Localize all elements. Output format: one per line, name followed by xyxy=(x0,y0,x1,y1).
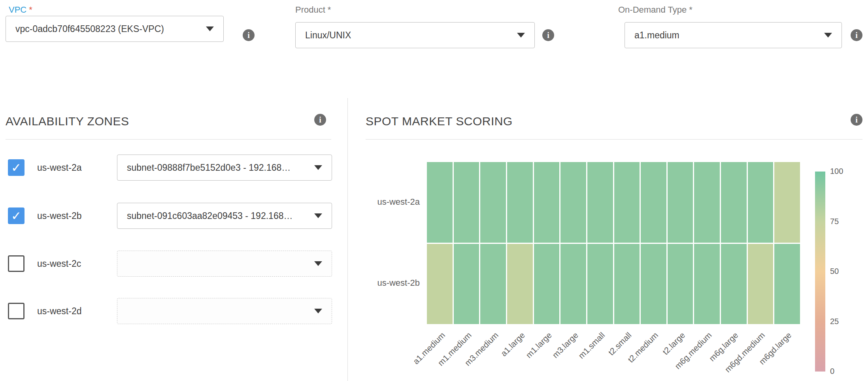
heatmap-x-labels: a1.mediumm1.mediumm3.mediuma1.largem1.la… xyxy=(427,330,800,380)
caret-down-icon xyxy=(824,33,832,38)
product-label-text: Product xyxy=(295,5,325,15)
check-icon: ✓ xyxy=(11,210,21,222)
heatmap-column-label: t2.large xyxy=(660,330,687,357)
on-demand-type-select[interactable]: a1.medium xyxy=(625,22,842,48)
heatmap-cell xyxy=(427,244,453,324)
heatmap-cell xyxy=(454,244,479,324)
heatmap-cell xyxy=(587,244,613,324)
spot-market-scoring-divider xyxy=(366,139,862,140)
on-demand-type-label: On-Demand Type* xyxy=(618,5,693,15)
heatmap-column-label: m1.small xyxy=(577,330,607,360)
heatmap-cell xyxy=(694,162,720,243)
vpc-label: VPC* xyxy=(9,5,32,15)
on-demand-type-label-text: On-Demand Type xyxy=(618,5,687,15)
heatmap-cell xyxy=(480,244,506,324)
heatmap-cell xyxy=(614,244,640,324)
vpc-info-icon[interactable]: i xyxy=(243,29,255,41)
vpc-select-value: vpc-0adcb70f645508223 (EKS-VPC) xyxy=(15,24,170,34)
vpc-select[interactable]: vpc-0adcb70f645508223 (EKS-VPC) xyxy=(6,16,224,42)
legend-tick-label: 0 xyxy=(830,367,834,376)
on-demand-type-info-icon[interactable]: i xyxy=(851,29,862,41)
heatmap-cell xyxy=(641,162,666,243)
spot-market-scoring-info-icon[interactable]: i xyxy=(851,114,862,126)
heatmap-cell xyxy=(507,244,533,324)
heatmap-cell xyxy=(560,244,586,324)
zone-checkbox-us-west-2b[interactable]: ✓ xyxy=(8,207,25,224)
legend-gradient-bar xyxy=(815,172,825,372)
zone-checkbox-us-west-2c[interactable]: ✓ xyxy=(8,255,25,272)
panel-divider xyxy=(347,98,348,381)
zone-checkbox-us-west-2d[interactable]: ✓ xyxy=(8,303,25,319)
zone-label: us-west-2a xyxy=(37,162,81,173)
heatmap-row-label: us-west-2b xyxy=(336,278,420,288)
heatmap-column-label: m3.large xyxy=(551,330,580,360)
heatmap-cell xyxy=(748,244,774,324)
subnet-select-us-west-2b[interactable]: subnet-091c603aa82e09453 - 192.168… xyxy=(117,203,332,229)
heatmap-cell xyxy=(534,162,560,243)
product-select-value: Linux/UNIX xyxy=(305,30,357,41)
caret-down-icon xyxy=(206,26,214,31)
heatmap-cell xyxy=(748,162,774,243)
subnet-select-value: subnet-09888f7be5152d0e3 - 192.168… xyxy=(127,162,297,173)
zone-label: us-west-2c xyxy=(37,258,81,269)
subnet-select-us-west-2a[interactable]: subnet-09888f7be5152d0e3 - 192.168… xyxy=(117,155,332,181)
heatmap-cell xyxy=(774,244,800,324)
zone-label: us-west-2b xyxy=(37,211,81,221)
on-demand-type-required-mark: * xyxy=(689,5,693,15)
heatmap-row-label: us-west-2a xyxy=(336,197,420,207)
product-label: Product* xyxy=(295,5,331,15)
heatmap-column-label: m1.large xyxy=(524,330,554,360)
on-demand-type-select-value: a1.medium xyxy=(634,30,686,41)
legend-ticks: 1007550250 xyxy=(830,172,858,372)
heatmap-cell xyxy=(507,162,533,243)
heatmap-cell xyxy=(641,244,666,324)
availability-zones-info-icon[interactable]: i xyxy=(314,114,326,126)
spot-market-scoring-title: SPOT MARKET SCORING xyxy=(366,115,513,128)
subnet-select-us-west-2c[interactable] xyxy=(117,251,332,277)
heatmap-grid xyxy=(427,162,800,324)
product-required-mark: * xyxy=(328,5,331,15)
heatmap-column-label: a1.large xyxy=(499,330,527,358)
legend-tick-label: 50 xyxy=(830,267,839,276)
heatmap-cell xyxy=(694,244,720,324)
heatmap-cell xyxy=(534,244,560,324)
legend-tick-label: 75 xyxy=(830,217,839,226)
availability-zones-title: AVAILABILITY ZONES xyxy=(6,115,129,128)
caret-down-icon xyxy=(314,261,322,266)
legend-tick-label: 100 xyxy=(830,167,843,176)
heatmap-cell xyxy=(454,162,479,243)
heatmap-cell xyxy=(721,244,747,324)
spot-configuration-page: VPC* vpc-0adcb70f645508223 (EKS-VPC) i P… xyxy=(0,0,868,381)
product-info-icon[interactable]: i xyxy=(542,29,554,41)
product-select[interactable]: Linux/UNIX xyxy=(295,22,535,48)
heatmap-cell xyxy=(480,162,506,243)
vpc-required-mark: * xyxy=(29,5,32,15)
subnet-select-value: subnet-091c603aa82e09453 - 192.168… xyxy=(127,211,299,221)
zone-checkbox-us-west-2a[interactable]: ✓ xyxy=(8,159,25,176)
caret-down-icon xyxy=(314,213,322,218)
heatmap-cell xyxy=(614,162,640,243)
caret-down-icon xyxy=(314,309,322,313)
heatmap-cell xyxy=(774,162,800,243)
availability-zones-divider xyxy=(6,139,331,140)
heatmap-cell xyxy=(560,162,586,243)
zone-label: us-west-2d xyxy=(37,306,81,317)
heatmap-cell xyxy=(668,162,693,243)
legend-tick-label: 25 xyxy=(830,317,839,326)
caret-down-icon xyxy=(314,165,322,170)
heatmap-cell xyxy=(721,162,747,243)
heatmap-cell xyxy=(668,244,693,324)
heatmap-cell xyxy=(587,162,613,243)
heatmap-cell xyxy=(427,162,453,243)
vpc-label-text: VPC xyxy=(9,5,26,15)
check-icon: ✓ xyxy=(11,162,21,174)
caret-down-icon xyxy=(517,33,525,38)
heatmap-column-label: t2.small xyxy=(607,330,634,357)
subnet-select-us-west-2d[interactable] xyxy=(117,298,332,324)
